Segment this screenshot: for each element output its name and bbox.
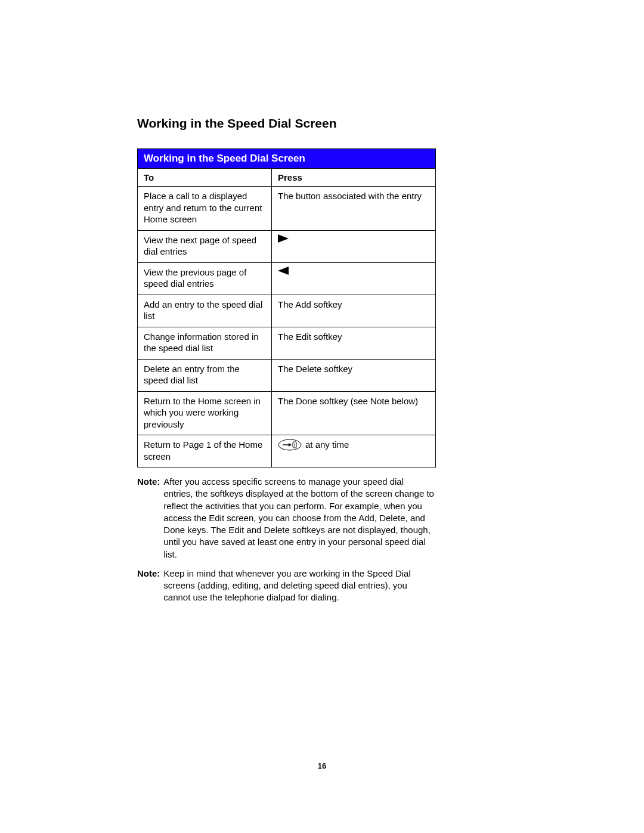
cell-press: at any time — [272, 435, 436, 467]
cell-press — [272, 262, 436, 295]
cell-to: View the next page of speed dial entries — [138, 230, 272, 262]
table-row: Delete an entry from the speed dial list… — [138, 359, 436, 391]
svg-marker-0 — [278, 234, 289, 243]
table-row: Place a call to a displayed entry and re… — [138, 187, 436, 231]
note-label: Note: — [137, 476, 163, 561]
svg-point-8 — [294, 445, 295, 446]
speed-dial-table: Working in the Speed Dial Screen To Pres… — [137, 148, 436, 467]
cell-press: The Done softkey (see Note below) — [272, 391, 436, 435]
cell-press: The Add softkey — [272, 295, 436, 327]
svg-marker-1 — [278, 267, 289, 275]
notes-section: Note: After you access specific screens … — [137, 476, 435, 604]
cell-press: The Delete softkey — [272, 359, 436, 391]
cell-to: Change information stored in the speed d… — [138, 327, 272, 359]
cell-to: View the previous page of speed dial ent… — [138, 262, 272, 295]
table-row: Return to Page 1 of the Home screen — [138, 435, 436, 467]
document-page: Working in the Speed Dial Screen Working… — [0, 0, 644, 833]
cell-to: Return to Page 1 of the Home screen — [138, 435, 272, 467]
table-row: Change information stored in the speed d… — [138, 327, 436, 359]
triangle-right-icon — [278, 234, 429, 243]
note-body: After you access specific screens to man… — [163, 476, 435, 561]
note-block: Note: Keep in mind that whenever you are… — [137, 568, 435, 604]
col-header-press: Press — [272, 169, 436, 187]
cell-press: The button associated with the entry — [272, 187, 436, 231]
cell-to: Delete an entry from the speed dial list — [138, 359, 272, 391]
table-title-row: Working in the Speed Dial Screen — [138, 149, 436, 169]
svg-point-7 — [294, 444, 295, 445]
svg-marker-4 — [289, 443, 292, 447]
cell-press: The Edit softkey — [272, 327, 436, 359]
table-row: View the next page of speed dial entries — [138, 230, 436, 262]
triangle-left-icon — [278, 267, 429, 275]
phone-exit-icon — [278, 439, 302, 451]
table-row: Add an entry to the speed dial list The … — [138, 295, 436, 327]
cell-to: Add an entry to the speed dial list — [138, 295, 272, 327]
section-heading: Working in the Speed Dial Screen — [137, 116, 507, 131]
table-row: Return to the Home screen in which you w… — [138, 391, 436, 435]
note-label: Note: — [137, 568, 163, 604]
svg-point-6 — [294, 443, 295, 444]
cell-to: Return to the Home screen in which you w… — [138, 391, 272, 435]
cell-press — [272, 230, 436, 262]
table-row: View the previous page of speed dial ent… — [138, 262, 436, 295]
page-number: 16 — [0, 761, 644, 770]
table-title: Working in the Speed Dial Screen — [138, 149, 436, 169]
cell-to: Place a call to a displayed entry and re… — [138, 187, 272, 231]
col-header-to: To — [138, 169, 272, 187]
cell-press-suffix: at any time — [305, 439, 349, 451]
table-header-row: To Press — [138, 169, 436, 187]
note-block: Note: After you access specific screens … — [137, 476, 435, 561]
note-body: Keep in mind that whenever you are worki… — [163, 568, 435, 604]
